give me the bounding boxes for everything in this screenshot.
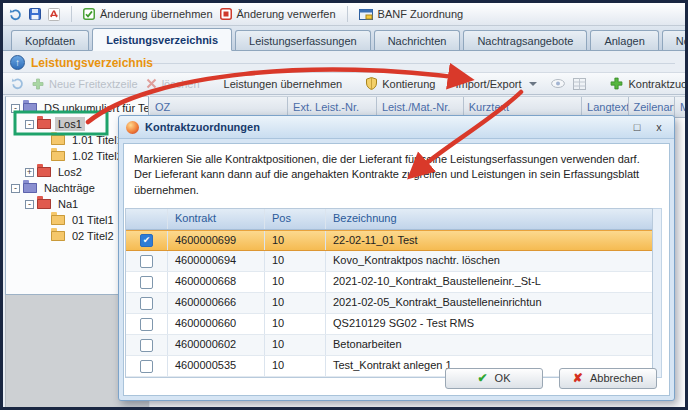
new-freetext-row-label: Neue Freitextzeile <box>49 78 138 90</box>
cell-bezeichnung: 2021-02-10_Kontrakt_Baustelleneinr._St-L <box>326 272 652 292</box>
folder-icon <box>23 183 37 193</box>
close-icon[interactable]: x <box>651 121 667 133</box>
plus-icon <box>32 78 44 90</box>
green-checkbox-icon <box>83 8 95 20</box>
row-checkbox[interactable] <box>140 297 153 310</box>
shield-icon <box>366 77 377 90</box>
tab-kopfdaten[interactable]: Kopfdaten <box>11 30 89 50</box>
table-scrollbar[interactable] <box>653 208 662 378</box>
row-checkbox[interactable] <box>140 318 153 331</box>
apply-changes-label: Änderung übernehmen <box>100 8 213 20</box>
new-freetext-row-button[interactable]: Neue Freitextzeile <box>32 78 138 90</box>
column-header-zeilenart[interactable]: Zeilenart <box>629 97 675 117</box>
tab-nachrichten[interactable]: Nachrichten <box>374 30 461 50</box>
collapse-node-icon[interactable]: - <box>25 200 34 209</box>
row-checkbox-checked[interactable]: ✔ <box>140 234 153 247</box>
chevron-down-icon <box>529 82 537 86</box>
import-export-dropdown[interactable]: Import/Export <box>455 78 537 90</box>
tab-leistungserfassungen[interactable]: Leistungserfassungen <box>235 30 371 50</box>
expand-node-icon[interactable]: + <box>25 168 34 177</box>
cell-pos: 10 <box>265 272 326 292</box>
discard-icon <box>220 8 232 20</box>
delete-icon <box>146 78 157 89</box>
toolbar-separator <box>71 6 72 22</box>
folder-icon <box>37 167 51 177</box>
folder-icon <box>51 215 65 225</box>
table-row[interactable]: 460000066010QS210129 SG02 - Test RMS <box>126 314 652 335</box>
column-header-pos[interactable]: Pos <box>265 209 326 229</box>
apply-services-button[interactable]: Leistungen übernehmen <box>224 78 343 90</box>
tree-node-label: Los1 <box>55 117 85 131</box>
save-icon[interactable] <box>29 8 41 20</box>
pdf-icon[interactable] <box>48 8 60 21</box>
folder-icon <box>23 103 37 113</box>
discard-changes-button[interactable]: Änderung verwerfen <box>220 8 336 20</box>
main-toolbar: Änderung übernehmen Änderung verwerfen B… <box>3 3 685 26</box>
cell-checkbox <box>126 293 168 313</box>
collapse-node-icon[interactable]: - <box>11 104 20 113</box>
row-checkbox[interactable] <box>140 360 153 373</box>
tree-node-ds-unkumuliert-f-r-tests-zu[interactable]: -DS unkumuliert für Tests zu <box>6 100 148 116</box>
numbering-grid-icon[interactable] <box>573 78 586 90</box>
cell-checkbox <box>126 335 168 355</box>
plus-icon <box>610 77 623 90</box>
import-export-label: Import/Export <box>455 78 521 90</box>
apply-changes-button[interactable]: Änderung übernehmen <box>83 8 213 20</box>
ok-button[interactable]: ✔ OK <box>445 368 543 389</box>
maximize-button[interactable]: □ <box>629 121 645 133</box>
row-checkbox[interactable] <box>140 276 153 289</box>
tree-node-label: 02 Titel2 <box>69 229 117 243</box>
tab-leistungsverzeichnis[interactable]: Leistungsverzeichnis <box>92 28 232 51</box>
delete-button[interactable]: löschen <box>146 78 200 90</box>
table-row[interactable]: 460000069410Kovo_Kontraktpos nachtr. lös… <box>126 251 652 272</box>
refresh-icon[interactable] <box>9 8 22 21</box>
cell-checkbox: ✔ <box>126 231 168 250</box>
column-header-checkbox[interactable] <box>126 209 168 229</box>
cell-bezeichnung: Betonarbeiten <box>326 335 652 355</box>
cell-kontrakt: 4600000699 <box>168 231 265 250</box>
tree-node-label: 01 Titel1 <box>69 213 117 227</box>
row-checkbox[interactable] <box>140 339 153 352</box>
tab-nachtragsangebote[interactable]: Nachtragsangebote <box>463 30 587 50</box>
account-assignment-button[interactable]: Kontierung <box>366 77 435 90</box>
column-header-bezeichnung[interactable]: Bezeichnung <box>326 209 652 229</box>
table-row[interactable]: 4600000666102021-02-05_Kontrakt_Baustell… <box>126 293 652 314</box>
banf-window-icon <box>359 9 373 20</box>
refresh-icon[interactable] <box>11 77 24 90</box>
cell-kontrakt: 4600000694 <box>168 251 265 271</box>
cell-pos: 10 <box>265 356 326 376</box>
tab-notizen[interactable]: Notizen <box>662 30 688 50</box>
column-header-langtext[interactable]: Langtext <box>582 97 628 117</box>
column-header-kurztext[interactable]: Kurztext <box>464 97 582 117</box>
tab-anlagen[interactable]: Anlagen <box>590 30 658 50</box>
table-row[interactable]: ✔46000006991022-02-11_01 Test <box>126 230 652 251</box>
preview-eye-icon[interactable] <box>551 79 565 88</box>
cancel-button[interactable]: ✘ Abbrechen <box>559 368 657 389</box>
contract-assignment-button[interactable]: Kontraktzuordnung <box>610 77 688 90</box>
column-header-kontrakt[interactable]: Kontrakt <box>168 209 265 229</box>
column-header-leist-mat-nr[interactable]: Leist./Mat.-Nr. <box>377 97 464 117</box>
table-row[interactable]: 4600000668102021-02-10_Kontrakt_Baustell… <box>126 272 652 293</box>
folder-icon <box>51 135 65 145</box>
collapse-node-icon[interactable]: - <box>11 184 20 193</box>
collapse-section-icon[interactable]: ↑ <box>10 55 25 70</box>
cell-bezeichnung: 22-02-11_01 Test <box>326 231 652 250</box>
cell-checkbox <box>126 251 168 271</box>
cell-bezeichnung: 2021-02-05_Kontrakt_Baustelleneinrichtun <box>326 293 652 313</box>
section-header: ↑ Leistungsverzeichnis <box>10 55 153 70</box>
banf-assignment-button[interactable]: BANF Zuordnung <box>359 8 464 20</box>
collapse-node-icon[interactable]: - <box>25 120 34 129</box>
cell-pos: 10 <box>265 251 326 271</box>
folder-icon <box>51 151 65 161</box>
toolbar-separator <box>347 6 348 22</box>
section-title: Leistungsverzeichnis <box>31 56 153 70</box>
row-checkbox[interactable] <box>140 255 153 268</box>
table-row[interactable]: 460000060210Betonarbeiten <box>126 335 652 356</box>
column-header-menge[interactable]: Meng <box>675 97 685 117</box>
cell-kontrakt: 4600000668 <box>168 272 265 292</box>
dialog-instruction-text: Markieren Sie alle Kontraktpositionen, d… <box>134 152 659 198</box>
account-assignment-label: Kontierung <box>382 78 435 90</box>
column-header-ext-leist-nr[interactable]: Ext. Leist.-Nr. <box>288 97 377 117</box>
column-header-oz[interactable]: OZ <box>150 97 288 117</box>
dialog-titlebar[interactable]: Kontraktzuordnungen □ x <box>119 116 674 139</box>
